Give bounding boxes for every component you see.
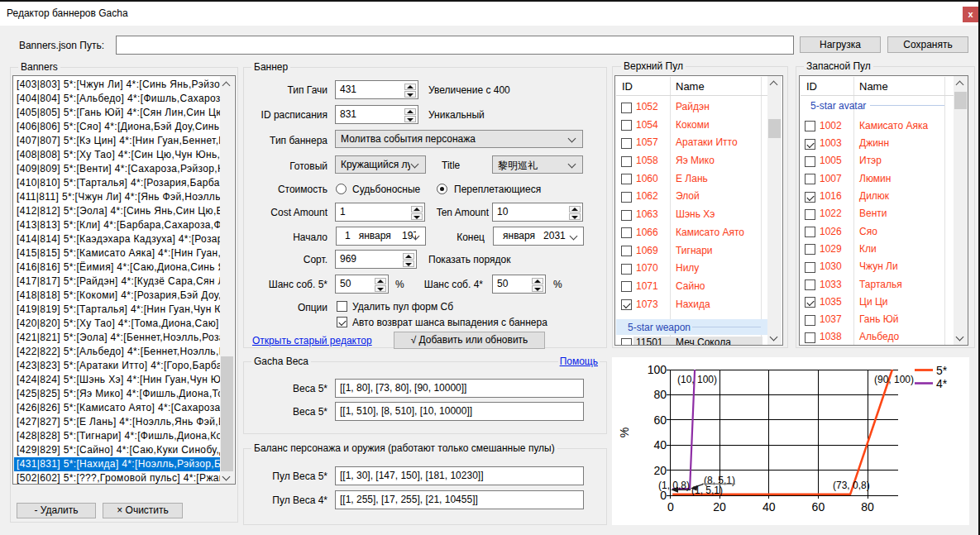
svg-text:0: 0 [667,500,674,514]
svg-text:100: 100 [648,363,667,376]
svg-text:4*: 4* [936,377,948,390]
svg-text:20: 20 [713,500,726,514]
svg-text:60: 60 [812,500,825,514]
svg-text:%: % [618,428,631,437]
svg-text:(10, 100): (10, 100) [677,374,717,385]
svg-text:40: 40 [762,500,776,514]
svg-text:40: 40 [653,438,667,451]
svg-text:80: 80 [653,388,667,401]
svg-text:(90, 100): (90, 100) [874,374,914,385]
svg-text:60: 60 [653,413,667,427]
svg-text:(73, 0,8): (73, 0,8) [833,480,870,491]
svg-text:5*: 5* [936,364,948,377]
svg-text:20: 20 [653,464,667,477]
svg-text:80: 80 [861,500,874,514]
